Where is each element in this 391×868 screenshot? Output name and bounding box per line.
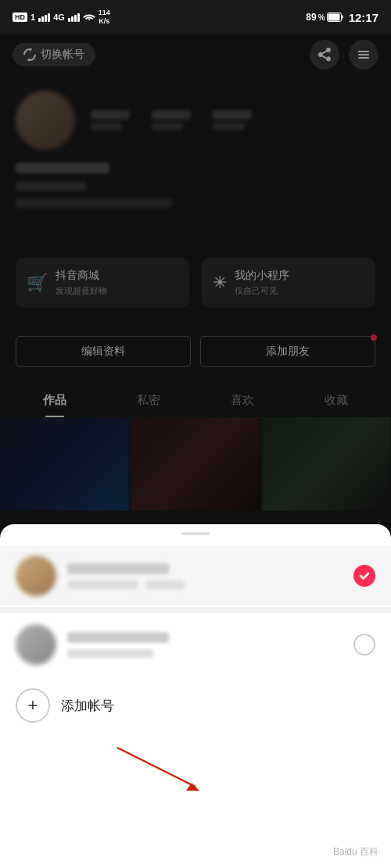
sim2-label: 4G bbox=[53, 13, 65, 22]
signal1-bars bbox=[38, 13, 50, 22]
checkmark-icon bbox=[358, 570, 371, 582]
wifi-icon bbox=[83, 13, 95, 22]
network-speed: 114K/s bbox=[99, 9, 110, 26]
time: 12:17 bbox=[349, 11, 378, 24]
battery-indicator: 89 % bbox=[306, 12, 343, 23]
account-unselected-indicator-2 bbox=[353, 634, 375, 655]
sheet-divider bbox=[0, 607, 391, 613]
account-avatar-1 bbox=[16, 555, 56, 596]
account-item-2[interactable] bbox=[0, 613, 391, 676]
annotation-arrow bbox=[102, 740, 258, 802]
sheet-handle bbox=[181, 532, 210, 535]
account-sub-2 bbox=[67, 649, 343, 658]
account-avatar-2 bbox=[16, 624, 56, 665]
account-info-2 bbox=[67, 632, 343, 658]
arrow-annotation bbox=[102, 740, 258, 805]
plus-icon: + bbox=[28, 697, 38, 714]
account-sub-1 bbox=[67, 580, 343, 589]
account-item-1[interactable] bbox=[0, 546, 391, 605]
add-account-label: 添加帐号 bbox=[61, 697, 114, 715]
watermark: Baidu 百科 bbox=[333, 845, 378, 859]
hd-badge: HD bbox=[13, 13, 27, 22]
add-account-row[interactable]: + 添加帐号 bbox=[0, 676, 391, 735]
account-info-1 bbox=[67, 563, 343, 589]
svg-rect-1 bbox=[328, 14, 339, 21]
status-right: 89 % 12:17 bbox=[306, 11, 378, 24]
watermark-text: Baidu 百科 bbox=[333, 846, 378, 857]
account-sub-2a bbox=[67, 649, 153, 658]
signal2-bars bbox=[68, 13, 80, 22]
bottom-sheet: + 添加帐号 bbox=[0, 524, 391, 868]
battery-icon bbox=[327, 13, 344, 22]
sim1-label: 1 bbox=[30, 13, 35, 22]
account-selected-indicator-1 bbox=[353, 565, 375, 587]
svg-rect-2 bbox=[341, 16, 343, 20]
status-bar: HD 1 4G 114K/s 89 % bbox=[0, 0, 391, 34]
account-sub-1b bbox=[145, 580, 185, 589]
add-account-circle: + bbox=[16, 688, 50, 723]
account-sub-1a bbox=[67, 580, 138, 589]
svg-line-6 bbox=[117, 748, 196, 787]
status-left: HD 1 4G 114K/s bbox=[13, 9, 110, 26]
battery-percent: 89 bbox=[306, 12, 316, 23]
account-name-1 bbox=[67, 563, 169, 574]
account-name-2 bbox=[67, 632, 169, 643]
